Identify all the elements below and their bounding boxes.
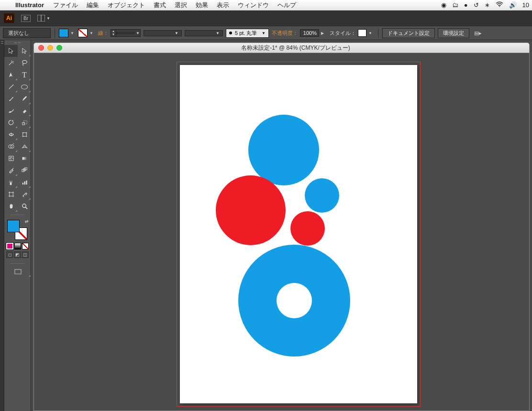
zoom-tool[interactable] [18, 200, 31, 212]
menu-file[interactable]: ファイル [49, 1, 82, 10]
chat-icon[interactable]: ● [461, 1, 471, 9]
blob-brush-tool[interactable] [4, 105, 18, 117]
svg-rect-15 [9, 156, 13, 161]
opacity-field[interactable]: 100% [300, 29, 319, 37]
fill-swatch[interactable] [59, 29, 68, 37]
menu-window[interactable]: ウィンドウ [233, 1, 273, 10]
clock[interactable]: 10 [520, 1, 532, 9]
eraser-tool[interactable] [18, 105, 31, 117]
app-name-menu[interactable]: Illustrator [11, 1, 49, 9]
bridge-button[interactable]: Br [21, 15, 31, 22]
draw-inside[interactable]: ◫ [22, 251, 29, 258]
vsp-dropdown[interactable]: ▼ [144, 30, 182, 36]
window-minimize[interactable] [47, 45, 53, 51]
pencil-tool[interactable] [18, 93, 31, 105]
hand-tool[interactable] [4, 200, 18, 212]
selection-tool[interactable] [4, 45, 18, 57]
control-flyout[interactable]: ▤▸ [472, 30, 484, 36]
magic-wand-tool[interactable] [4, 57, 18, 69]
paintbrush-tool[interactable] [4, 93, 18, 105]
direct-selection-tool[interactable] [18, 45, 31, 57]
line-tool[interactable] [4, 81, 18, 93]
timemachine-icon[interactable]: ↺ [471, 1, 482, 9]
document-titlebar[interactable]: 名称未設定-1* @ 84% (CMYK/プレビュー) [33, 43, 530, 53]
artwork-shape[interactable] [248, 115, 319, 185]
svg-point-11 [22, 136, 23, 137]
artboard[interactable] [180, 65, 417, 403]
perspective-grid-tool[interactable] [18, 141, 31, 152]
panel-dock-strip[interactable] [0, 40, 4, 411]
slice-tool[interactable] [18, 188, 31, 200]
brush-dropdown[interactable]: 5 pt. 丸筆▼ [226, 29, 269, 38]
svg-point-3 [22, 60, 26, 64]
notification-icon[interactable]: 🗂 [449, 1, 461, 9]
screen-mode[interactable] [4, 266, 31, 277]
shape-builder-tool[interactable] [4, 141, 18, 152]
lasso-tool[interactable] [18, 57, 31, 69]
opacity-label[interactable]: 不透明度： [272, 30, 298, 37]
width-tool[interactable] [4, 129, 18, 141]
stroke-dropdown[interactable]: ▼ [89, 31, 95, 35]
blend-tool[interactable] [18, 164, 31, 176]
stroke-label[interactable]: 線： [98, 30, 109, 37]
ai-logo: Ai [4, 13, 14, 23]
gradient-tool[interactable] [18, 152, 31, 164]
document-setup-button[interactable]: ドキュメント設定 [382, 28, 435, 38]
color-mode[interactable] [6, 243, 13, 249]
preferences-button[interactable]: 環境設定 [438, 28, 469, 38]
svg-line-26 [25, 207, 27, 209]
rotate-tool[interactable] [4, 117, 18, 129]
fill-color[interactable] [7, 220, 20, 232]
wifi-icon[interactable] [493, 1, 506, 9]
type-tool[interactable]: T [18, 69, 31, 81]
bluetooth-icon[interactable]: ∗ [482, 1, 493, 9]
svg-point-0 [499, 6, 500, 7]
svg-rect-20 [10, 183, 11, 185]
volume-icon[interactable]: 🔊 [506, 1, 520, 9]
arrange-documents[interactable]: ▼ [37, 15, 50, 22]
brush-def-dropdown[interactable]: ▼ [185, 30, 223, 36]
free-transform-tool[interactable] [18, 129, 31, 141]
style-dropdown[interactable]: ▼ [368, 31, 374, 35]
gradient-mode[interactable] [14, 243, 21, 249]
svg-point-9 [22, 132, 23, 133]
fill-stroke-controls[interactable]: ⇄ [4, 217, 31, 242]
artwork-shape[interactable] [216, 175, 286, 245]
draw-behind[interactable]: ◩ [14, 251, 21, 258]
main-area: T ⇄ [0, 40, 532, 411]
pen-tool[interactable] [4, 69, 18, 81]
style-swatch[interactable] [358, 29, 366, 37]
mesh-tool[interactable] [4, 152, 18, 164]
menu-edit[interactable]: 編集 [82, 1, 103, 10]
stroke-weight-field[interactable]: ▲▼ ▼ [111, 29, 141, 37]
menu-type[interactable]: 書式 [149, 1, 170, 10]
menu-effect[interactable]: 効果 [191, 1, 212, 10]
menu-object[interactable]: オブジェクト [103, 1, 149, 10]
ellipse-tool[interactable] [18, 81, 31, 93]
menu-view[interactable]: 表示 [212, 1, 233, 10]
fill-dropdown[interactable]: ▼ [70, 31, 76, 35]
menu-help[interactable]: ヘルプ [273, 1, 300, 10]
draw-normal[interactable]: ◻ [6, 251, 13, 258]
scale-tool[interactable] [18, 117, 31, 129]
svg-rect-27 [14, 269, 21, 273]
window-zoom[interactable] [56, 45, 62, 51]
stroke-swatch[interactable] [78, 29, 88, 37]
swap-fill-stroke[interactable]: ⇄ [25, 219, 29, 224]
none-mode[interactable] [22, 243, 29, 249]
column-graph-tool[interactable] [18, 176, 31, 188]
artboard-tool[interactable] [4, 188, 18, 200]
menu-select[interactable]: 選択 [170, 1, 191, 10]
eyedropper-tool[interactable] [4, 164, 18, 176]
cc-icon[interactable]: ◉ [438, 1, 449, 9]
artwork-shape[interactable] [305, 178, 339, 213]
document-area: 名称未設定-1* @ 84% (CMYK/プレビュー) [31, 40, 532, 411]
tools-panel: T ⇄ [4, 40, 31, 411]
opacity-dropdown[interactable]: ▶ [321, 31, 327, 35]
artwork-shape[interactable] [290, 211, 325, 246]
canvas[interactable] [33, 53, 530, 411]
artwork-shape[interactable] [238, 245, 350, 357]
window-close[interactable] [38, 45, 44, 51]
svg-point-25 [22, 204, 26, 208]
symbol-sprayer-tool[interactable] [4, 176, 18, 188]
